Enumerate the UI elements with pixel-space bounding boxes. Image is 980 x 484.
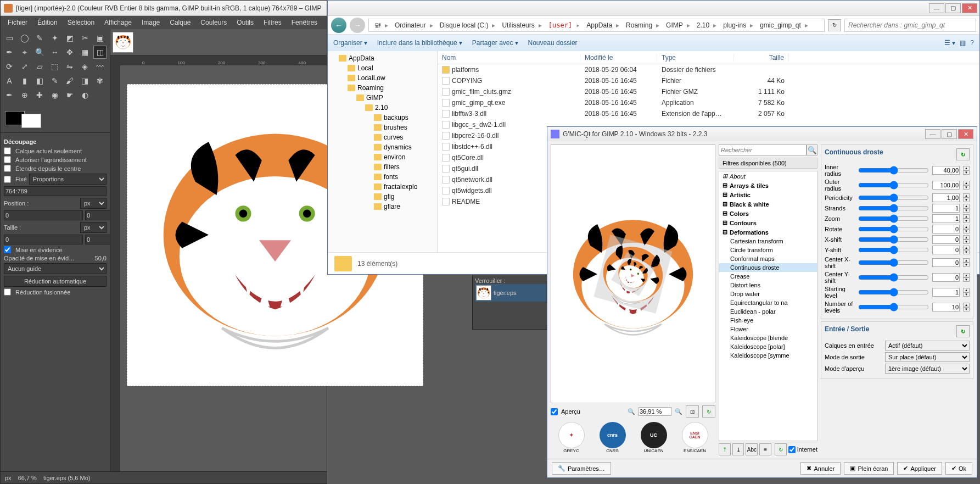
spin-down[interactable]: ▼ [963,240,970,244]
crumb[interactable]: 🖳 [371,21,391,29]
filter-item[interactable]: Cartesian transform [719,237,817,246]
menu-fenetres[interactable]: Fenêtres [287,19,322,26]
param-value[interactable] [932,204,960,213]
close-button[interactable]: ✕ [962,3,977,13]
zoom-in-icon[interactable]: 🔍 [675,408,682,415]
tool-crop[interactable]: ◫ [93,46,107,59]
pos-y[interactable] [85,210,110,220]
list-row[interactable]: gmic_gimp_qt.exe2018-05-16 16:45Applicat… [438,97,979,108]
menu-outils[interactable]: Outils [232,19,259,26]
auto-shrink-button[interactable]: Réduction automatique [4,276,107,287]
tree-item[interactable]: dynamics [328,142,437,152]
pos-unit[interactable]: px [80,198,107,209]
tool-measure[interactable]: ↔ [48,46,61,59]
filter-item[interactable]: Equirectangular to na [719,298,817,307]
tree-item[interactable]: fractalexplo [328,182,437,192]
filter-category[interactable]: ⊞ About [719,171,817,181]
param-slider[interactable] [858,273,929,282]
ruler-horizontal[interactable]: 0100200300400500 [120,55,327,65]
list-row[interactable]: COPYING2018-05-16 16:45Fichier44 Ko [438,75,979,86]
tool-align[interactable]: ▦ [79,46,92,59]
fgbg-swatches[interactable] [1,104,110,132]
ruler-vertical[interactable] [110,65,120,471]
spin-down[interactable]: ▼ [963,277,970,282]
param-slider[interactable] [858,288,929,297]
list-row[interactable]: gmic_film_cluts.gmz2018-05-16 16:45Fichi… [438,86,979,97]
size-unit[interactable]: px [80,222,107,233]
cb-highlight[interactable] [4,246,11,253]
spin-up[interactable]: ▲ [963,204,970,208]
spin-up[interactable]: ▲ [963,214,970,219]
preview-checkbox[interactable] [551,408,558,415]
breadcrumb[interactable]: 🖳 Ordinateur Disque local (C:) Utilisate… [368,19,825,32]
param-value[interactable] [932,214,960,223]
spin-down[interactable]: ▼ [963,250,970,254]
size-w[interactable] [4,235,83,244]
filter-category[interactable]: ⊟ Deformations [719,227,817,237]
tool-warp[interactable]: 〰 [93,60,107,73]
param-slider[interactable] [858,166,929,175]
param-value[interactable] [932,181,960,190]
tool-gradient[interactable]: ◧ [33,74,46,87]
tool-rotate[interactable]: ⟳ [3,60,16,73]
tool-text[interactable]: A [3,74,16,87]
param-slider[interactable] [858,258,929,267]
spin-up[interactable]: ▲ [963,273,970,277]
filter-search-button[interactable]: 🔍 [807,144,817,155]
param-value[interactable] [932,258,960,267]
aspect-field[interactable] [4,186,107,196]
spin-up[interactable]: ▲ [963,166,970,170]
tree-item[interactable]: environ [328,152,437,162]
tool-fuzzy-select[interactable]: ✦ [48,31,61,44]
view-mode-button[interactable]: ☰ ▾ [944,39,955,47]
tool-scale[interactable]: ⤢ [18,60,31,73]
fullscreen-button[interactable]: ▣ Plein écran [844,462,894,475]
spin-down[interactable]: ▼ [963,263,970,267]
preview-zoom[interactable] [639,407,671,416]
list-row[interactable]: libfftw3-3.dll2018-05-16 16:45Extension … [438,108,979,119]
spin-up[interactable]: ▲ [963,258,970,263]
spin-up[interactable]: ▲ [963,288,970,292]
param-slider[interactable] [858,246,929,254]
tool-ink[interactable]: ✒ [3,88,16,102]
tree-item[interactable]: backups [328,113,437,123]
tool-rect-select[interactable]: ▭ [3,31,16,44]
menu-selection[interactable]: Sélection [63,19,99,26]
filter-tree[interactable]: ⊞ About⊞ Arrays & tiles⊞ Artistic⊞ Black… [719,171,817,441]
menu-image[interactable]: Image [137,19,165,26]
tool-shear[interactable]: ▱ [33,60,46,73]
crumb-gmic[interactable]: gmic_gimp_qt [757,21,811,29]
pos-x[interactable] [4,210,83,220]
filter-item[interactable]: Distort lens [719,281,817,290]
input-layers-select[interactable]: Actif (défaut) [885,341,970,351]
explorer-tree[interactable]: AppData Local LocalLow Roaming GIMP 2.10… [328,51,438,252]
tree-item[interactable]: LocalLow [328,73,437,83]
tool-perspective[interactable]: ⬚ [48,60,61,73]
search-input[interactable] [844,19,976,32]
cb-allow-grow[interactable] [4,156,11,163]
spin-down[interactable]: ▼ [963,170,970,175]
filter-category[interactable]: ⊞ Colors [719,209,817,218]
preview-mode-select[interactable]: 1ère image (défaut) [885,364,970,374]
spin-down[interactable]: ▼ [963,229,970,233]
spin-down[interactable]: ▼ [963,219,970,223]
tree-item[interactable]: gflare [328,202,437,212]
minimize-button[interactable]: — [929,3,944,13]
tool-free-select[interactable]: ✎ [33,31,46,44]
tree-item[interactable]: 2.10 [328,103,437,113]
spin-up[interactable]: ▲ [963,235,970,240]
spin-down[interactable]: ▼ [963,292,970,297]
filter-item[interactable]: Kaleidoscope [blende [719,333,817,342]
tree-item[interactable]: filters [328,162,437,172]
crumb-plugins[interactable]: plug-ins [720,21,757,29]
cb-fixed[interactable] [4,176,11,183]
param-value[interactable] [932,225,960,233]
remove-fav-button[interactable]: ⤓ [732,443,744,455]
param-value[interactable] [932,246,960,254]
ok-button[interactable]: ✔ Ok [945,462,972,475]
filter-item[interactable]: Continuous droste [719,263,817,272]
cb-expand-center[interactable] [4,165,11,172]
filter-item[interactable]: Flower [719,325,817,333]
param-slider[interactable] [858,225,929,233]
tree-item[interactable]: GIMP [328,93,437,103]
